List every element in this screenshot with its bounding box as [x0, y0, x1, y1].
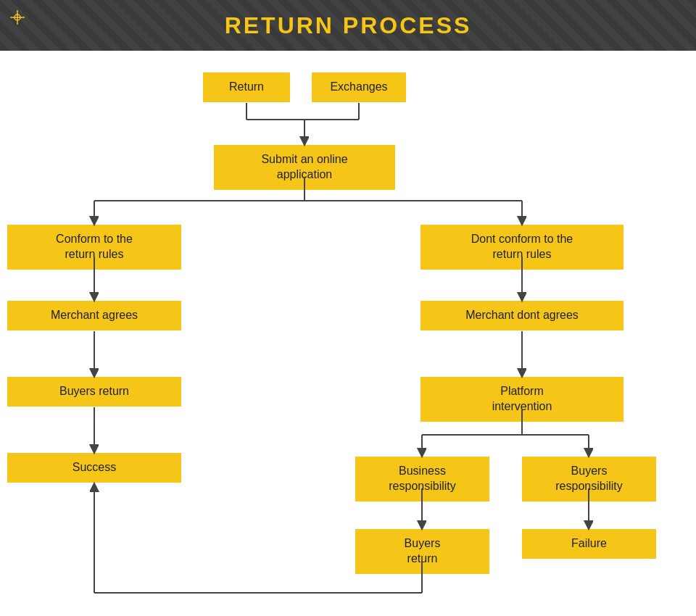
- merchant-dont-box: Merchant dont agrees: [420, 301, 624, 330]
- buyers-return-right-box: Buyers return: [355, 529, 489, 574]
- page-title: RETURN PROCESS: [225, 12, 472, 39]
- return-box: Return: [203, 72, 290, 102]
- merchant-agrees-box: Merchant agrees: [7, 301, 181, 330]
- submit-box: Submit an online application: [214, 145, 395, 190]
- buyers-resp-box: Buyers responsibility: [522, 457, 656, 501]
- crosshair-icon: [10, 10, 25, 25]
- success-box: Success: [7, 453, 181, 483]
- buyers-return-left-box: Buyers return: [7, 377, 181, 407]
- conform-box: Conform to the return rules: [7, 225, 181, 270]
- dont-conform-box: Dont conform to the return rules: [420, 225, 624, 270]
- business-resp-box: Business responsibility: [355, 457, 489, 501]
- platform-box: Platform intervention: [420, 377, 624, 422]
- header: RETURN PROCESS: [0, 0, 696, 51]
- diagram-area: Return Exchanges Submit an online applic…: [0, 51, 696, 616]
- exchanges-box: Exchanges: [312, 72, 406, 102]
- failure-box: Failure: [522, 529, 656, 559]
